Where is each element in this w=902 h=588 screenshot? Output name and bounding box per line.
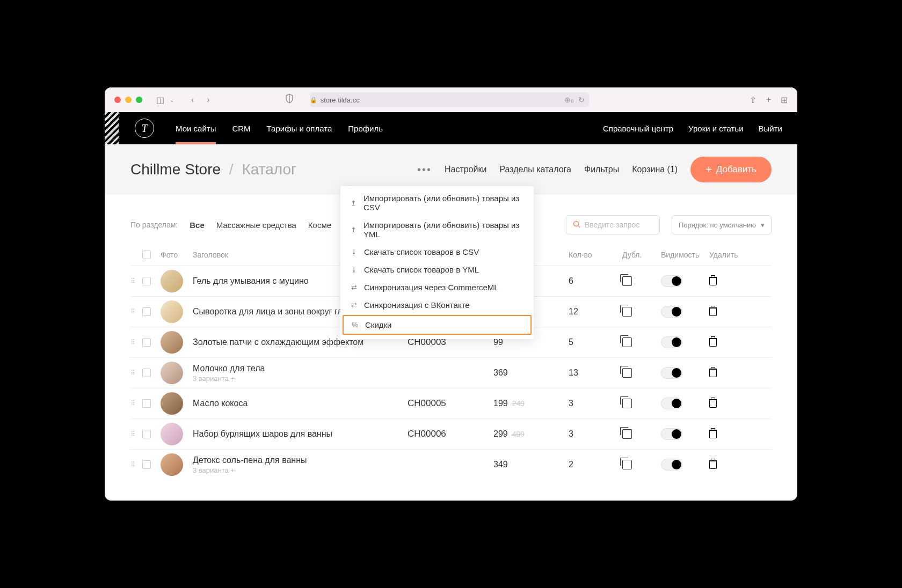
table-row[interactable]: ⠿ Масло кокоса CH00005 199 249 3 [130,388,772,418]
duplicate-icon[interactable] [622,307,632,317]
filter-all[interactable]: Все [190,220,205,230]
trash-icon[interactable] [709,460,717,469]
visibility-toggle[interactable] [661,275,682,287]
duplicate-icon[interactable] [622,429,632,439]
trash-icon[interactable] [709,277,717,285]
minimize-window-button[interactable] [125,97,132,103]
share-icon[interactable]: ⇧ [750,95,756,105]
add-button[interactable]: + Добавить [690,157,772,182]
product-thumb[interactable] [161,392,183,415]
close-window-button[interactable] [114,97,121,103]
sidebar-toggle-button[interactable]: ◫ ⌄ [154,93,176,107]
reader-icon[interactable]: ⊕₀ [564,95,574,104]
download-icon: ⭳ [350,266,358,274]
breadcrumb-store[interactable]: Chillme Store [130,161,221,178]
more-menu-button[interactable]: ••• [417,164,432,176]
product-thumb[interactable] [161,331,183,354]
variants-label[interactable]: 3 варианта + [193,374,408,383]
menu-import-yml[interactable]: ↥Импортировать (или обновить) товары из … [340,216,534,243]
trash-icon[interactable] [709,399,717,408]
visibility-toggle[interactable] [661,336,682,348]
upload-icon: ↥ [350,199,357,207]
visibility-toggle[interactable] [661,367,682,379]
visibility-toggle[interactable] [661,398,682,409]
table-row[interactable]: ⠿ Молочко для тела 3 варианта + 369 13 [130,357,772,388]
row-checkbox[interactable] [142,399,151,408]
url-bar[interactable]: 🔒 store.tilda.cc ⊕₀ ↻ [310,92,589,107]
drag-handle-icon[interactable]: ⠿ [130,280,142,283]
visibility-toggle[interactable] [661,306,682,318]
link-trash[interactable]: Корзина (1) [632,165,678,174]
row-checkbox[interactable] [142,277,151,285]
drag-handle-icon[interactable]: ⠿ [130,402,142,405]
nav-tariffs[interactable]: Тарифы и оплата [267,113,332,144]
col-dup: Дубл. [622,251,661,259]
trash-icon[interactable] [709,369,717,377]
maximize-window-button[interactable] [136,97,142,103]
drag-handle-icon[interactable]: ⠿ [130,433,142,436]
link-filters[interactable]: Фильтры [584,165,619,174]
lock-icon: 🔒 [310,97,317,104]
duplicate-icon[interactable] [622,399,632,408]
menu-discounts[interactable]: %Скидки [343,315,532,335]
shield-icon[interactable] [283,92,296,108]
nav-lessons[interactable]: Уроки и статьи [688,113,743,144]
sync-icon: ⇄ [350,283,358,291]
product-thumb[interactable] [161,300,183,323]
breadcrumb: Chillme Store / Каталог [130,161,296,178]
filter-massage[interactable]: Массажные средства [216,220,296,230]
link-settings[interactable]: Настройки [445,165,486,174]
forward-button[interactable]: › [205,93,212,107]
table-row[interactable]: ⠿ Детокс соль-пена для ванны 3 варианта … [130,449,772,480]
svg-point-0 [574,221,579,226]
trash-icon[interactable] [709,430,717,438]
nav-profile[interactable]: Профиль [348,113,383,144]
back-button[interactable]: ‹ [189,93,196,107]
drag-handle-icon[interactable]: ⠿ [130,464,142,466]
filter-cosmetics[interactable]: Косме [308,220,331,230]
duplicate-icon[interactable] [622,337,632,347]
product-thumb[interactable] [161,423,183,445]
reload-icon[interactable]: ↻ [578,95,585,104]
tilda-logo[interactable]: T [135,119,154,138]
product-thumb[interactable] [161,270,183,292]
nav-help[interactable]: Справочный центр [603,113,673,144]
drag-handle-icon[interactable]: ⠿ [130,372,142,374]
row-checkbox[interactable] [142,460,151,469]
duplicate-icon[interactable] [622,276,632,286]
drag-handle-icon[interactable]: ⠿ [130,311,142,313]
row-checkbox[interactable] [142,307,151,316]
duplicate-icon[interactable] [622,460,632,469]
check-all[interactable] [142,251,151,259]
search-input[interactable]: Введите запрос [566,215,660,234]
nav-crm[interactable]: CRM [232,113,250,144]
link-sections[interactable]: Разделы каталога [499,165,571,174]
menu-sync-vk[interactable]: ⇄Синхронизация с ВКонтакте [340,296,534,314]
row-checkbox[interactable] [142,369,151,377]
svg-line-1 [578,225,580,227]
product-thumb[interactable] [161,362,183,384]
row-checkbox[interactable] [142,430,151,438]
menu-export-yml[interactable]: ⭳Скачать список товаров в YML [340,261,534,278]
variants-label[interactable]: 3 варианта + [193,466,408,474]
product-qty: 13 [569,368,622,378]
nav-arrows: ‹ › [189,93,212,107]
trash-icon[interactable] [709,307,717,316]
duplicate-icon[interactable] [622,368,632,378]
trash-icon[interactable] [709,338,717,347]
visibility-toggle[interactable] [661,459,682,471]
menu-export-csv[interactable]: ⭳Скачать список товаров в CSV [340,243,534,261]
drag-handle-icon[interactable]: ⠿ [130,341,142,344]
menu-import-csv[interactable]: ↥Импортировать (или обновить) товары из … [340,189,534,216]
new-tab-icon[interactable]: + [766,95,771,105]
menu-sync-commerceml[interactable]: ⇄Синхронизация через CommerceML [340,278,534,296]
row-checkbox[interactable] [142,338,151,347]
tabs-icon[interactable]: ⊞ [781,95,788,105]
nav-my-sites[interactable]: Мои сайты [176,113,216,144]
table-row[interactable]: ⠿ Набор бурлящих шаров для ванны CH00006… [130,418,772,449]
product-thumb[interactable] [161,453,183,476]
nav-logout[interactable]: Выйти [759,113,782,144]
visibility-toggle[interactable] [661,428,682,440]
header-actions: ••• Настройки Разделы каталога Фильтры К… [417,157,772,182]
sort-select[interactable]: Порядок: по умолчанию ▾ [672,215,772,234]
